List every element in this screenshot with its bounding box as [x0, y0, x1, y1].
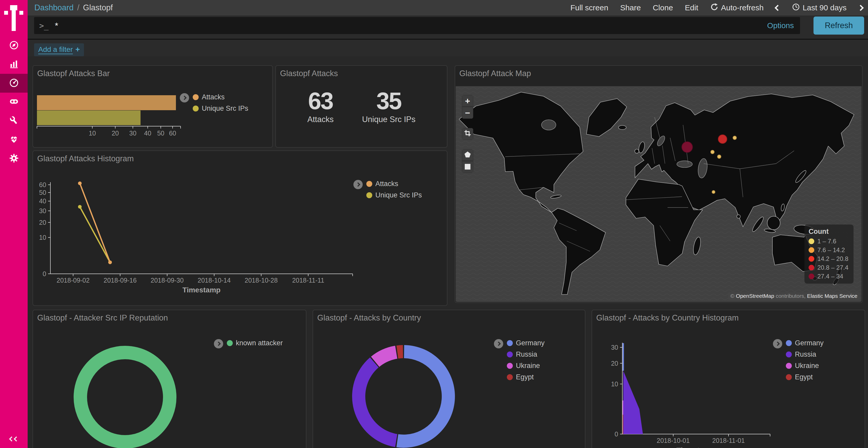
- legend-item-known-attacker[interactable]: known attacker: [227, 339, 283, 347]
- elastic-maps-service-link[interactable]: Elastic Maps Service: [807, 293, 858, 299]
- breadcrumb: Dashboard / Glastopf: [34, 3, 113, 12]
- legend-item-unique-src-ips[interactable]: Unique Src IPs: [193, 105, 248, 112]
- axis-tick-label: 20: [611, 360, 618, 367]
- donut-segment-russia[interactable]: [352, 357, 397, 447]
- hudson-bay: [541, 120, 556, 130]
- attack-location-marker[interactable]: [711, 150, 714, 154]
- plus-icon: +: [75, 45, 80, 54]
- legend-range: 14.2 – 20.8: [809, 255, 848, 263]
- draw-rectangle-button[interactable]: [462, 161, 473, 173]
- sidebar-item-management[interactable]: [0, 149, 28, 168]
- legend-item-germany[interactable]: Germany: [786, 339, 824, 347]
- legend-item-russia[interactable]: Russia: [507, 350, 545, 358]
- legend-item-attacks[interactable]: Attacks: [193, 93, 248, 101]
- legend-item-ukraine[interactable]: Ukraine: [507, 362, 545, 370]
- attack-location-marker[interactable]: [682, 142, 692, 152]
- telekom-logo[interactable]: [4, 5, 23, 31]
- search-input[interactable]: [54, 21, 767, 31]
- legend-dot: [507, 340, 513, 346]
- chevron-left-icon: [774, 5, 781, 11]
- logo-square-right: [20, 11, 23, 15]
- metric-unique-src-ips: 35 Unique Src IPs: [362, 89, 415, 124]
- axis-tick-label: 2018-11-11: [292, 277, 324, 284]
- legend-toggle-button[interactable]: [214, 339, 223, 348]
- sidebar-item-dev-tools[interactable]: [0, 111, 28, 130]
- attack-location-marker[interactable]: [712, 191, 715, 194]
- line-unique-src-ips[interactable]: [80, 207, 110, 262]
- sidebar-item-discover[interactable]: [0, 36, 28, 55]
- legend-dot: [786, 340, 792, 346]
- axis-tick-label: 20: [112, 130, 119, 137]
- iceland: [618, 126, 626, 130]
- legend-toggle-button[interactable]: [353, 180, 363, 189]
- legend-dot: [507, 351, 513, 357]
- panel-title: Glastopf - Attacker Src IP Reputation: [37, 313, 168, 322]
- add-filter-button[interactable]: Add a filter +: [34, 43, 84, 56]
- legend-range: 1 – 7.6: [809, 238, 848, 245]
- sidebar-item-visualize[interactable]: [0, 55, 28, 74]
- sidebar-item-timelion[interactable]: [0, 93, 28, 111]
- legend-item-russia[interactable]: Russia: [786, 350, 824, 358]
- time-range-picker[interactable]: Last 90 days: [792, 3, 846, 13]
- donut-segment-egypt[interactable]: [397, 345, 403, 358]
- line-attacks[interactable]: [80, 183, 110, 262]
- legend-item-unique-src-ips[interactable]: Unique Src IPs: [366, 191, 422, 199]
- draw-polygon-button[interactable]: [462, 149, 473, 161]
- refresh-button[interactable]: Refresh: [813, 16, 864, 35]
- sidebar-item-monitoring[interactable]: [0, 130, 28, 149]
- legend-toggle-button[interactable]: [494, 339, 503, 348]
- time-step-forward-button[interactable]: [859, 6, 863, 10]
- zoom-out-button[interactable]: −: [462, 107, 473, 119]
- axis-tick-label: Timestamp: [182, 286, 220, 294]
- map-count-legend: Count 1 – 7.6 7.6 – 14.2 14.2 – 20.8 20.…: [804, 225, 854, 284]
- chevron-right-icon: [216, 342, 221, 346]
- data-point[interactable]: [108, 261, 112, 264]
- auto-refresh-button[interactable]: Auto-refresh: [710, 3, 764, 13]
- legend-dot: [809, 274, 814, 279]
- logo-stem: [11, 5, 16, 31]
- bar-attacks[interactable]: [37, 95, 176, 110]
- panel-title: Glastopf Attack Map: [459, 69, 531, 78]
- data-point[interactable]: [78, 205, 82, 208]
- legend-item-egypt[interactable]: Egypt: [507, 373, 545, 381]
- refresh-cycle-icon: [710, 3, 718, 13]
- share-button[interactable]: Share: [620, 3, 641, 12]
- clone-button[interactable]: Clone: [653, 3, 673, 12]
- attack-location-marker[interactable]: [733, 136, 737, 140]
- legend-item-egypt[interactable]: Egypt: [786, 373, 824, 381]
- axis-tick-label: 30: [39, 207, 46, 214]
- layer-russia[interactable]: [623, 371, 643, 434]
- legend-item-germany[interactable]: Germany: [507, 339, 545, 347]
- heart-pulse-icon: [9, 134, 19, 145]
- legend-toggle-button[interactable]: [180, 93, 189, 102]
- sidebar-item-dashboard[interactable]: [0, 74, 28, 93]
- data-point[interactable]: [78, 181, 82, 185]
- options-link[interactable]: Options: [767, 21, 794, 30]
- legend-item-ukraine[interactable]: Ukraine: [786, 362, 824, 370]
- donut-segment-known-attacker[interactable]: [80, 352, 170, 442]
- sidebar-collapse-button[interactable]: [0, 437, 28, 441]
- full-screen-button[interactable]: Full screen: [570, 3, 609, 12]
- attack-location-marker[interactable]: [718, 135, 727, 143]
- donut-segment-germany[interactable]: [397, 345, 455, 448]
- fit-bounds-button[interactable]: [462, 128, 473, 140]
- panel-title: Glastopf - Attacks by Country: [317, 313, 421, 322]
- legend-dot: [507, 363, 513, 369]
- world-map[interactable]: + −: [456, 86, 862, 302]
- legend-item-attacks[interactable]: Attacks: [366, 180, 422, 188]
- map-attribution: © OpenStreetMap contributors, Elastic Ma…: [728, 292, 860, 300]
- zoom-in-button[interactable]: +: [462, 95, 473, 107]
- axis-tick-label: 30: [611, 344, 618, 351]
- attack-location-marker[interactable]: [717, 155, 721, 159]
- histogram-legend: Attacks Unique Src IPs: [353, 180, 422, 199]
- bar-unique-src-ips[interactable]: [37, 110, 141, 125]
- panel-title: Glastopf Attacks Histogram: [37, 154, 134, 163]
- edit-button[interactable]: Edit: [685, 3, 698, 12]
- legend-toggle-button[interactable]: [773, 339, 782, 348]
- map-tiles: [456, 86, 862, 302]
- openstreetmap-link[interactable]: OpenStreetMap: [736, 293, 774, 299]
- glastopf-dashboard: Dashboard / Glastopf Full screen Share C…: [0, 0, 868, 448]
- breadcrumb-dashboard-link[interactable]: Dashboard: [34, 3, 74, 12]
- layer-germany[interactable]: [623, 343, 624, 371]
- time-step-back-button[interactable]: [776, 6, 780, 10]
